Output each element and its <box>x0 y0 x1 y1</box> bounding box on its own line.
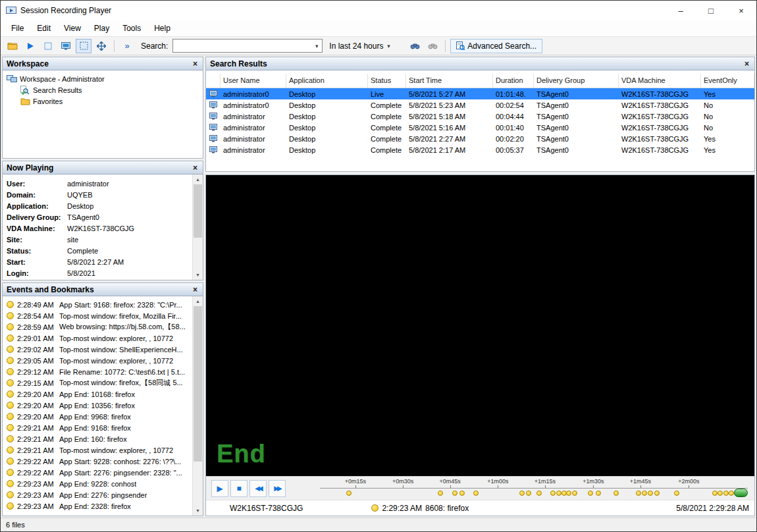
minimize-button[interactable]: – <box>666 1 696 20</box>
scroll-down-icon[interactable]: ▼ <box>193 506 203 516</box>
timeline-event-dot[interactable] <box>459 491 465 496</box>
column-header-vda[interactable]: VDA Machine <box>619 74 701 88</box>
timeline-event-dot[interactable] <box>588 491 593 496</box>
column-header-app[interactable]: Application <box>286 74 368 88</box>
event-item[interactable]: 2:29:22 AMApp Start: 9228: conhost: 2276… <box>5 456 192 467</box>
tree-root-workspace[interactable]: Workspace - Administrator <box>4 73 201 84</box>
timeline-event-dot[interactable] <box>346 491 352 496</box>
column-header-start[interactable]: Start Time <box>406 74 493 88</box>
scroll-thumb[interactable] <box>194 306 202 462</box>
timeline-event-dot[interactable] <box>572 491 577 496</box>
timeline-track[interactable] <box>320 488 748 489</box>
column-header-user[interactable]: User Name <box>221 74 286 88</box>
search-result-row[interactable]: administratorDesktopComplete5/8/2021 2:2… <box>206 133 754 144</box>
search-combobox[interactable]: ▾ <box>172 39 323 53</box>
event-item[interactable]: 2:29:21 AMTop-most window: explorer, , 1… <box>5 444 192 456</box>
event-item[interactable]: 2:28:49 AMApp Start: 9168: firefox: 2328… <box>5 299 192 310</box>
timeline-event-dot[interactable] <box>561 491 567 496</box>
maximize-button[interactable]: □ <box>696 1 726 20</box>
menu-play[interactable]: Play <box>88 21 116 36</box>
timeline-event-dot[interactable] <box>473 491 479 496</box>
menu-file[interactable]: File <box>5 21 30 36</box>
player-timeline[interactable]: +0m15s+0m30s+0m45s+1m00s+1m15s+1m30s+1m4… <box>320 477 748 500</box>
tree-item-search-results[interactable]: Search Results <box>4 84 201 95</box>
tree-item-favorites[interactable]: Favorites <box>4 95 201 107</box>
menu-help[interactable]: Help <box>147 21 177 36</box>
column-header-event[interactable]: EventOnly <box>701 74 754 88</box>
column-header-dur[interactable]: Duration <box>493 74 534 88</box>
find-next-icon[interactable] <box>407 39 423 53</box>
timeline-event-dot[interactable] <box>642 491 647 496</box>
frame-button[interactable] <box>40 39 56 53</box>
timeline-event-dot[interactable] <box>648 491 653 496</box>
play-toolbar-button[interactable] <box>22 39 38 53</box>
event-item[interactable]: 2:29:15 AMTop-most window: firefox,【58同城… <box>5 377 192 388</box>
now-playing-close-icon[interactable]: × <box>192 163 199 173</box>
timeline-event-dot[interactable] <box>718 491 723 496</box>
search-results-close-icon[interactable]: × <box>743 59 750 68</box>
event-item[interactable]: 2:29:23 AMApp End: 2328: firefox <box>5 500 192 512</box>
events-scrollbar[interactable]: ▲ ▼ <box>192 296 203 516</box>
event-item[interactable]: 2:29:05 AMTop-most window: explorer, , 1… <box>5 355 192 366</box>
timeline-event-dot[interactable] <box>556 491 561 496</box>
rewind-button[interactable]: ◀◀ <box>249 480 267 497</box>
search-dropdown-arrow-icon[interactable]: ▾ <box>311 43 322 49</box>
advanced-search-button[interactable]: Advanced Search... <box>450 39 542 53</box>
timeline-position-slider[interactable] <box>734 489 748 497</box>
scroll-up-icon[interactable]: ▲ <box>193 296 203 306</box>
timeline-event-dot[interactable] <box>519 491 525 496</box>
scroll-thumb[interactable] <box>194 184 202 238</box>
timeline-event-dot[interactable] <box>674 491 679 496</box>
now-playing-scrollbar[interactable]: ▲ ▼ <box>192 174 203 280</box>
event-item[interactable]: 2:28:59 AMWeb browsing: https://bj.58.co… <box>5 321 192 332</box>
menu-edit[interactable]: Edit <box>30 21 57 36</box>
menu-tools[interactable]: Tools <box>116 21 147 36</box>
search-result-row[interactable]: administrator0DesktopComplete5/8/2021 5:… <box>206 99 754 111</box>
fit-screen-button[interactable] <box>58 39 74 53</box>
timeline-event-dot[interactable] <box>636 491 641 496</box>
event-item[interactable]: 2:29:01 AMTop-most window: explorer, , 1… <box>5 332 192 344</box>
find-previous-icon[interactable] <box>425 39 440 53</box>
event-item[interactable]: 2:29:21 AMApp End: 160: firefox <box>5 433 192 444</box>
timeline-event-dot[interactable] <box>438 491 443 496</box>
timeline-event-dot[interactable] <box>654 491 660 496</box>
timeline-event-dot[interactable] <box>596 491 601 496</box>
stop-button[interactable]: ■ <box>230 480 248 497</box>
scale-to-fit-button[interactable] <box>76 39 91 53</box>
close-button[interactable]: × <box>726 1 756 20</box>
timeline-event-dot[interactable] <box>566 491 571 496</box>
column-header-status[interactable]: Status <box>368 74 406 88</box>
time-filter-dropdown[interactable]: In last 24 hours ▾ <box>325 39 405 53</box>
event-item[interactable]: 2:28:54 AMTop-most window: firefox, Mozi… <box>5 310 192 321</box>
event-item[interactable]: 2:29:20 AMApp End: 10356: firefox <box>5 400 192 411</box>
event-item[interactable]: 2:29:20 AMApp End: 9968: firefox <box>5 411 192 422</box>
play-button[interactable]: ▶ <box>211 480 228 497</box>
timeline-event-dot[interactable] <box>712 491 718 496</box>
search-result-row[interactable]: administratorDesktopComplete5/8/2021 2:1… <box>206 144 754 155</box>
event-item[interactable]: 2:29:23 AMApp End: 9228: conhost <box>5 478 192 489</box>
column-header-group[interactable]: Delivery Group <box>534 74 619 88</box>
event-item[interactable]: 2:29:20 AMApp End: 10168: firefox <box>5 388 192 400</box>
timeline-event-dot[interactable] <box>723 491 729 496</box>
scroll-down-icon[interactable]: ▼ <box>193 270 203 280</box>
search-result-row[interactable]: administratorDesktopComplete5/8/2021 5:1… <box>206 111 754 122</box>
timeline-event-dot[interactable] <box>550 491 556 496</box>
event-item[interactable]: 2:29:12 AMFile Rename: 10772: C:\test\6.… <box>5 366 192 377</box>
scroll-up-icon[interactable]: ▲ <box>193 174 203 184</box>
timeline-event-dot[interactable] <box>452 491 457 496</box>
timeline-event-dot[interactable] <box>536 491 542 496</box>
workspace-close-icon[interactable]: × <box>192 59 199 68</box>
event-item[interactable]: 2:29:02 AMTop-most window: ShellExperien… <box>5 344 192 355</box>
event-item[interactable]: 2:29:22 AMApp Start: 2276: pingsender: 2… <box>5 467 192 478</box>
pan-button[interactable] <box>93 39 109 53</box>
timeline-event-dot[interactable] <box>526 491 531 496</box>
fast-forward-button[interactable]: ▶▶ <box>269 480 286 497</box>
search-input[interactable] <box>173 40 311 52</box>
search-result-row[interactable]: administratorDesktopComplete5/8/2021 5:1… <box>206 122 754 133</box>
event-item[interactable]: 2:29:23 AMApp End: 2276: pingsender <box>5 489 192 500</box>
event-item[interactable]: 2:29:21 AMApp End: 9168: firefox <box>5 422 192 433</box>
events-close-icon[interactable]: × <box>192 285 199 294</box>
open-file-button[interactable] <box>5 39 20 53</box>
search-result-row[interactable]: administrator0DesktopLive5/8/2021 5:27 A… <box>206 88 754 99</box>
timeline-event-dot[interactable] <box>613 491 619 496</box>
